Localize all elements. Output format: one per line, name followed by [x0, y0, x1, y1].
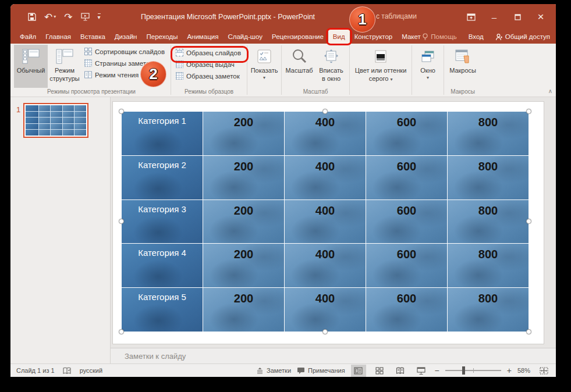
group-label-zoom: Масштаб — [283, 88, 347, 97]
ribbon-display-options-icon[interactable] — [459, 4, 483, 30]
zoom-slider-thumb[interactable] — [462, 366, 465, 375]
value-cell[interactable]: 600 — [366, 288, 447, 332]
zoom-out-button[interactable]: − — [435, 366, 439, 375]
tab-file[interactable]: Файл — [15, 30, 41, 44]
category-cell[interactable]: Категория 4 — [122, 244, 203, 287]
thumbnail-table-preview — [26, 105, 86, 136]
value-cell[interactable]: 200 — [203, 288, 284, 332]
tab-home[interactable]: Главная — [41, 30, 76, 44]
fit-to-window-button[interactable]: Вписатьв окно — [315, 45, 347, 88]
category-cell[interactable]: Категория 1 — [122, 112, 203, 155]
value-cell[interactable]: 800 — [447, 112, 529, 155]
share-button[interactable]: Общий доступ — [490, 30, 556, 44]
annotation-badge-step1: 1 — [349, 6, 375, 33]
outline-view-button[interactable]: Режим структуры — [48, 45, 81, 88]
tab-slideshow[interactable]: Слайд-шоу — [223, 30, 267, 44]
slide-sorter-icon — [84, 48, 92, 55]
value-cell[interactable]: 600 — [366, 200, 447, 244]
reading-view-toggle[interactable] — [393, 365, 408, 377]
value-cell[interactable]: 400 — [284, 112, 366, 155]
tab-view[interactable]: Вид 1 — [328, 30, 350, 44]
quick-access-toolbar: ↶▾ ↷ ▾ — [10, 12, 101, 22]
macros-button[interactable]: Макросы — [446, 45, 480, 88]
tab-design[interactable]: Дизайн — [110, 30, 142, 44]
value-cell[interactable]: 200 — [203, 156, 284, 199]
start-slideshow-icon[interactable] — [81, 13, 90, 21]
window-controls: – × — [459, 4, 552, 30]
redo-icon[interactable]: ↷ — [64, 12, 72, 22]
tab-insert[interactable]: Вставка — [76, 30, 110, 44]
selection-handle[interactable] — [119, 329, 124, 334]
zoom-button[interactable]: Масштаб — [283, 45, 315, 88]
comment-icon — [297, 367, 305, 374]
normal-view-button[interactable]: Обычный — [14, 45, 48, 88]
category-cell[interactable]: Категория 3 — [122, 200, 203, 244]
slide[interactable]: Категория 1 200 400 600 800 Категория 2 … — [113, 102, 544, 344]
slide-editor: Категория 1 200 400 600 800 Категория 2 … — [111, 97, 556, 364]
collapse-ribbon-icon[interactable]: ∧ — [548, 88, 552, 94]
slide-sorter-toggle[interactable] — [372, 365, 387, 377]
value-cell[interactable]: 800 — [447, 244, 529, 287]
tab-table-design[interactable]: Конструктор — [350, 30, 398, 44]
selection-handle[interactable] — [119, 219, 124, 224]
selection-handle[interactable] — [119, 109, 124, 114]
notes-toggle[interactable]: Заметки — [256, 367, 291, 374]
save-icon[interactable] — [28, 13, 36, 21]
category-cell[interactable]: Категория 5 — [122, 288, 203, 332]
value-cell[interactable]: 800 — [447, 200, 529, 244]
category-cell[interactable]: Категория 2 — [122, 156, 203, 199]
value-cell[interactable]: 800 — [447, 288, 529, 332]
show-button[interactable]: Показать ▾ — [249, 45, 279, 94]
zoom-slider[interactable] — [445, 370, 501, 371]
selection-handle[interactable] — [322, 109, 328, 114]
table-shape[interactable]: Категория 1 200 400 600 800 Категория 2 … — [122, 112, 529, 332]
notes-page-icon — [84, 59, 92, 67]
value-cell[interactable]: 200 — [203, 200, 284, 244]
main-area: 1 Категория 1 2 — [10, 97, 556, 364]
selection-handle[interactable] — [526, 219, 531, 224]
value-cell[interactable]: 400 — [284, 200, 366, 244]
comments-toggle[interactable]: Примечания — [297, 367, 345, 374]
minimize-button[interactable]: – — [483, 4, 506, 30]
value-cell[interactable]: 400 — [284, 244, 366, 287]
undo-icon[interactable]: ↶▾ — [44, 12, 56, 22]
language-indicator[interactable]: русский — [80, 367, 102, 374]
value-cell[interactable]: 400 — [284, 156, 366, 199]
notes-pane[interactable]: Заметки к слайду — [111, 348, 556, 364]
slide-master-button[interactable]: Образец слайдов 2 — [174, 48, 243, 57]
fit-slide-button[interactable] — [536, 365, 551, 377]
tabbar-right: Помощь Вход Общий доступ — [416, 30, 556, 44]
macros-icon — [453, 48, 472, 65]
ribbon-tab-bar: Файл Главная Вставка Дизайн Переходы Ани… — [10, 30, 556, 44]
value-cell[interactable]: 200 — [203, 244, 284, 287]
slideshow-toggle[interactable] — [414, 365, 429, 377]
slide-thumbnail[interactable] — [23, 103, 88, 138]
tab-review[interactable]: Рецензирование — [267, 30, 328, 44]
selection-handle[interactable] — [526, 109, 531, 114]
value-cell[interactable]: 800 — [447, 156, 529, 199]
window-button[interactable]: Окно ▾ — [414, 45, 442, 94]
group-label-window — [414, 94, 442, 97]
zoom-percent[interactable]: 58% — [517, 367, 530, 374]
tab-animations[interactable]: Анимация — [182, 30, 223, 44]
value-cell[interactable]: 400 — [284, 288, 366, 332]
value-cell[interactable]: 200 — [203, 112, 284, 155]
tab-transitions[interactable]: Переходы — [141, 30, 182, 44]
selection-handle[interactable] — [526, 329, 531, 334]
handout-master-button[interactable]: Образец выдач — [174, 60, 243, 69]
color-grayscale-button[interactable]: Цвет или оттенкисерого ▾ — [352, 45, 410, 94]
close-button[interactable]: × — [529, 4, 552, 30]
zoom-in-button[interactable]: + — [507, 366, 512, 375]
value-cell[interactable]: 600 — [366, 244, 447, 287]
maximize-button[interactable] — [506, 4, 529, 30]
value-cell[interactable]: 600 — [366, 112, 447, 155]
slide-sorter-button[interactable]: Сортировщик слайдов — [83, 47, 166, 56]
normal-view-toggle[interactable] — [351, 365, 366, 377]
help-tab[interactable]: Помощь — [416, 30, 462, 44]
spellcheck-icon[interactable] — [63, 367, 72, 375]
notes-master-button[interactable]: Образец заметок — [174, 72, 243, 80]
value-cell[interactable]: 600 — [366, 156, 447, 199]
customize-qat-icon[interactable]: ▾ — [98, 13, 101, 20]
selection-handle[interactable] — [322, 329, 328, 334]
sign-in-button[interactable]: Вход — [463, 30, 490, 44]
